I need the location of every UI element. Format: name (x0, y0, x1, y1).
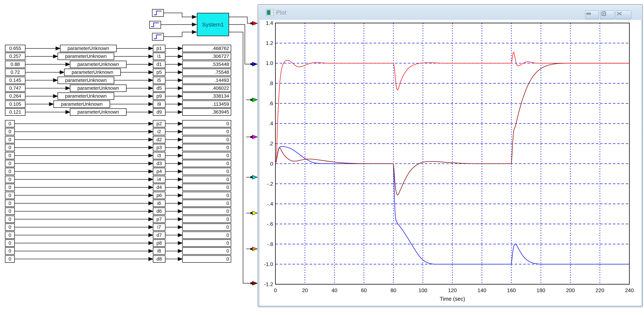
value-display-block-d8[interactable]: 0 (182, 255, 231, 263)
const-block-d3[interactable]: 0 (5, 160, 15, 167)
value-display-block-i1[interactable]: .306727 (182, 53, 231, 60)
pid-label-block-d9[interactable]: d9 (153, 108, 166, 116)
const-block-p6[interactable]: 0 (5, 192, 15, 199)
pid-label-block-p6[interactable]: p6 (153, 192, 166, 199)
value-display-block-d9[interactable]: .363945 (182, 108, 231, 116)
value-display-block-i7[interactable]: 0 (182, 223, 231, 231)
pid-label-block-i4[interactable]: i4 (153, 176, 166, 183)
const-block-d6[interactable]: 0 (5, 207, 15, 215)
value-display-block-d7[interactable]: 0 (182, 231, 231, 239)
const-block-d4[interactable]: 0 (5, 184, 15, 191)
parameter-unknown-block-i5[interactable]: parameterUnknown (58, 77, 114, 84)
pid-label-block-d3[interactable]: d3 (153, 160, 166, 167)
value-display-block-d4[interactable]: 0 (182, 184, 231, 191)
value-display-block-d5[interactable]: .406022 (182, 85, 231, 92)
parameter-unknown-block-d9[interactable]: parameterUnknown (70, 108, 126, 116)
pid-label-block-d5[interactable]: d5 (153, 85, 166, 92)
pid-label-block-i7[interactable]: i7 (153, 223, 166, 231)
const-block-p4[interactable]: 0 (5, 168, 15, 175)
pid-label-block-i2[interactable]: i2 (153, 128, 166, 135)
const-block-p8[interactable]: 0 (5, 239, 15, 247)
value-display-block-p7[interactable]: 0 (182, 215, 231, 223)
parameter-unknown-block-p9[interactable]: parameterUnknown (58, 92, 114, 100)
value-display-block-p9[interactable]: .338134 (182, 92, 231, 100)
const-block-d9[interactable]: 0.121 (5, 108, 26, 116)
plot-input-arrow-yellow[interactable] (252, 211, 257, 215)
value-display-block-d3[interactable]: 0 (182, 160, 231, 167)
pid-label-block-p9[interactable]: p9 (153, 92, 166, 100)
plot-window-title-bar[interactable]: Plot (258, 5, 642, 20)
const-block-i2[interactable]: 0 (5, 128, 15, 135)
const-block-i4[interactable]: 0 (5, 176, 15, 183)
value-display-block-d6[interactable]: 0 (182, 207, 231, 215)
plot-input-arrow-orange[interactable] (252, 247, 257, 251)
plot-input-arrow-dark-red[interactable] (252, 281, 257, 285)
maximize-button[interactable] (600, 11, 614, 20)
value-display-block-p4[interactable]: 0 (182, 168, 231, 175)
const-block-i3[interactable]: 0 (5, 152, 15, 159)
const-block-p5[interactable]: 0.72 (5, 69, 26, 76)
pid-label-block-i6[interactable]: i6 (153, 200, 166, 207)
pid-label-block-i8[interactable]: i8 (153, 247, 166, 255)
pid-label-block-p4[interactable]: p4 (153, 168, 166, 175)
plot-input-arrow-cyan[interactable] (252, 175, 257, 179)
value-display-block-i8[interactable]: 0 (182, 247, 231, 255)
const-block-d7[interactable]: 0 (5, 231, 15, 239)
const-block-i7[interactable]: 0 (5, 223, 15, 231)
value-display-block-d1[interactable]: .535448 (182, 61, 231, 68)
value-display-block-i3[interactable]: 0 (182, 152, 231, 159)
const-block-p3[interactable]: 0 (5, 144, 15, 151)
parameter-unknown-block-d5[interactable]: parameterUnknown (70, 85, 126, 92)
pid-label-block-p3[interactable]: p3 (153, 144, 166, 151)
pid-label-block-i1[interactable]: i1 (153, 53, 166, 60)
const-block-p1[interactable]: 0.655 (5, 45, 26, 52)
plot-input-arrow-blue[interactable] (252, 62, 257, 66)
plot-input-arrow-green[interactable] (252, 98, 257, 102)
const-block-d5[interactable]: 0.747 (5, 85, 26, 92)
parameter-unknown-block-i9[interactable]: parameterUnknown (54, 100, 110, 108)
pid-label-block-d4[interactable]: d4 (153, 184, 166, 191)
parameter-unknown-block-p5[interactable]: parameterUnknown (64, 69, 121, 76)
pid-label-block-d1[interactable]: d1 (153, 61, 166, 68)
parameter-unknown-block-d1[interactable]: parameterUnknown (70, 61, 126, 68)
minimize-button[interactable] (585, 11, 599, 20)
const-block-i1[interactable]: 0.257 (5, 53, 26, 60)
pid-label-block-i9[interactable]: i9 (153, 100, 166, 108)
pid-label-block-p5[interactable]: p5 (153, 69, 166, 76)
step-source-block-2[interactable] (149, 21, 161, 29)
const-block-i8[interactable]: 0 (5, 247, 15, 255)
pid-label-block-i3[interactable]: i3 (153, 152, 166, 159)
const-block-p2[interactable]: 0 (5, 120, 15, 127)
value-display-block-i6[interactable]: 0 (182, 200, 231, 207)
plot-input-arrow-red[interactable] (252, 21, 257, 25)
const-block-p7[interactable]: 0 (5, 215, 15, 223)
const-block-p9[interactable]: 0.264 (5, 92, 26, 100)
pid-label-block-p7[interactable]: p7 (153, 215, 166, 223)
pid-label-block-i5[interactable]: i5 (153, 77, 166, 84)
value-display-block-p8[interactable]: 0 (182, 239, 231, 247)
close-button[interactable] (616, 11, 631, 20)
const-block-d8[interactable]: 0 (5, 255, 15, 263)
value-display-block-p2[interactable]: 0 (182, 120, 231, 127)
value-display-block-d2[interactable]: 0 (182, 136, 231, 143)
parameter-unknown-block-i1[interactable]: parameterUnknown (58, 53, 114, 60)
const-block-d2[interactable]: 0 (5, 136, 15, 143)
parameter-unknown-block-p1[interactable]: parameterUnknown (60, 45, 117, 52)
pid-label-block-d7[interactable]: d7 (153, 231, 166, 239)
pid-label-block-p2[interactable]: p2 (153, 120, 166, 127)
const-block-i5[interactable]: 0.145 (5, 77, 26, 84)
value-display-block-p1[interactable]: .468762 (182, 45, 231, 52)
pid-label-block-p8[interactable]: p8 (153, 239, 166, 247)
plot-input-arrow-magenta[interactable] (252, 135, 257, 139)
value-display-block-p5[interactable]: .75548 (182, 69, 231, 76)
value-display-block-i4[interactable]: 0 (182, 176, 231, 183)
value-display-block-i9[interactable]: .113459 (182, 100, 231, 108)
value-display-block-p6[interactable]: 0 (182, 192, 231, 199)
const-block-i9[interactable]: 0.105 (5, 100, 26, 108)
system1-block[interactable]: System1 (197, 13, 229, 36)
const-block-i6[interactable]: 0 (5, 200, 15, 207)
pid-label-block-d2[interactable]: d2 (153, 136, 166, 143)
step-source-block-1[interactable] (152, 9, 164, 17)
pid-label-block-d6[interactable]: d6 (153, 207, 166, 215)
step-source-block-3[interactable] (152, 33, 164, 41)
